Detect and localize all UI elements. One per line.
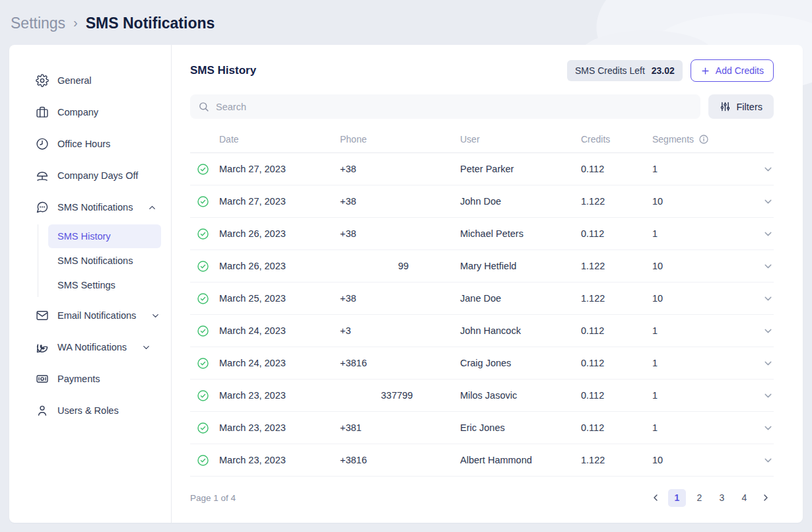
sidebar-subitem-sms-notifications[interactable]: SMS Notifications: [48, 249, 161, 273]
chevron-down-icon: [141, 343, 151, 352]
sidebar-item-email-notifications[interactable]: Email Notifications: [36, 300, 171, 331]
breadcrumb-separator-icon: ›: [73, 15, 78, 30]
sidebar-item-company[interactable]: Company: [36, 96, 171, 128]
table-header: Date Phone User Credits Segments: [190, 125, 774, 153]
row-expand-button[interactable]: [747, 422, 774, 434]
status-sent-icon: [197, 195, 209, 208]
chevron-down-icon: [762, 196, 774, 207]
cell-credits: 0.112: [581, 228, 652, 239]
cell-credits: 0.112: [581, 422, 652, 433]
column-header-segments: Segments: [652, 134, 694, 145]
column-header-date: Date: [219, 134, 340, 145]
row-expand-button[interactable]: [747, 228, 774, 240]
sidebar-item-label: Office Hours: [57, 139, 110, 149]
chevron-down-icon: [151, 311, 160, 321]
next-page-button[interactable]: [758, 489, 774, 507]
envelope-icon: [36, 309, 49, 322]
cell-phone: 99: [340, 261, 460, 271]
table-row: March 26, 2023 99 Mary Hetfield 1.122 10: [190, 250, 774, 283]
cell-date: March 27, 2023: [219, 196, 340, 207]
user-icon: [36, 404, 49, 417]
table-row: March 24, 2023 +3 John Hancock 0.112 1: [190, 315, 774, 347]
sliders-icon: [720, 101, 731, 112]
sidebar-item-label: Users & Roles: [57, 405, 119, 416]
table-row: March 23, 2023 +381 Eric Jones 0.112 1: [190, 412, 774, 444]
briefcase-icon: [36, 106, 49, 119]
search-input[interactable]: [216, 102, 693, 112]
sidebar-item-payments[interactable]: Payments: [36, 363, 171, 395]
cell-user: Eric Jones: [460, 422, 581, 433]
cell-phone: +3816: [340, 358, 460, 368]
table-row: March 23, 2023 +3816 Albert Hammond 1.12…: [190, 444, 774, 477]
row-expand-button[interactable]: [747, 293, 774, 304]
sidebar-item-users-roles[interactable]: Users & Roles: [36, 395, 171, 426]
cell-credits: 1.122: [581, 261, 652, 271]
cell-segments: 1: [652, 164, 747, 174]
sidebar-item-company-days-off[interactable]: Company Days Off: [36, 160, 171, 191]
sidebar-subitem-sms-settings[interactable]: SMS Settings: [48, 273, 161, 297]
cell-credits: 0.112: [581, 164, 652, 174]
sidebar-item-general[interactable]: General: [36, 65, 171, 96]
add-credits-button[interactable]: Add Credits: [691, 59, 774, 82]
previous-page-button[interactable]: [648, 489, 663, 507]
cell-user: John Hancock: [460, 325, 581, 336]
info-icon[interactable]: [698, 134, 709, 145]
sidebar-item-wa-notifications[interactable]: WA Notifications: [36, 331, 171, 363]
cell-phone: +38: [340, 164, 460, 174]
search-icon: [198, 101, 209, 112]
breadcrumb-settings-link[interactable]: Settings: [11, 15, 65, 32]
row-expand-button[interactable]: [747, 455, 774, 466]
search-box: [190, 94, 700, 119]
sms-credits-badge: SMS Credits Left 23.02: [567, 60, 683, 81]
chevron-down-icon: [762, 293, 774, 304]
sidebar-item-label: General: [57, 75, 92, 86]
filters-button[interactable]: Filters: [708, 94, 774, 119]
table-footer: Page 1 of 4 1 2 3 4: [190, 482, 774, 514]
chevron-right-icon: [761, 492, 771, 503]
table-row: March 27, 2023 +38 John Doe 1.122 10: [190, 185, 774, 218]
row-expand-button[interactable]: [747, 390, 774, 401]
sms-credits-value: 23.02: [652, 65, 675, 76]
sidebar-item-office-hours[interactable]: Office Hours: [36, 128, 171, 160]
cell-date: March 26, 2023: [219, 228, 340, 239]
chevron-down-icon: [762, 164, 774, 175]
page-summary: Page 1 of 4: [190, 493, 236, 503]
page-button-1[interactable]: 1: [668, 489, 686, 507]
chevron-down-icon: [762, 422, 774, 434]
sidebar-item-sms-notifications[interactable]: SMS Notifications: [36, 191, 171, 223]
chevron-down-icon: [762, 358, 774, 369]
plus-icon: [700, 66, 710, 76]
chevron-down-icon: [762, 228, 774, 240]
section-title: SMS History: [190, 64, 256, 77]
cell-segments: 1: [652, 390, 747, 401]
chevron-left-icon: [650, 492, 661, 503]
sms-subnav: SMS History SMS Notifications SMS Settin…: [38, 224, 171, 297]
row-expand-button[interactable]: [747, 196, 774, 207]
status-sent-icon: [197, 163, 209, 176]
sidebar-item-label: Payments: [57, 374, 100, 384]
chevron-down-icon: [762, 325, 774, 337]
page-button-3[interactable]: 3: [713, 489, 731, 507]
table-row: March 25, 2023 +38 Jane Doe 1.122 10: [190, 283, 774, 315]
cell-phone: 337799: [340, 390, 460, 401]
sidebar-subitem-label: SMS History: [57, 231, 111, 242]
page-button-4[interactable]: 4: [735, 489, 753, 507]
row-expand-button[interactable]: [747, 358, 774, 369]
cell-credits: 1.122: [581, 196, 652, 207]
cell-date: March 25, 2023: [219, 293, 340, 304]
cell-segments: 1: [652, 422, 747, 433]
cell-date: March 24, 2023: [219, 325, 340, 336]
status-sent-icon: [197, 325, 209, 337]
row-expand-button[interactable]: [747, 325, 774, 337]
row-expand-button[interactable]: [747, 261, 774, 272]
sidebar-subitem-sms-history[interactable]: SMS History: [48, 224, 161, 248]
chevron-down-icon: [762, 455, 774, 466]
row-expand-button[interactable]: [747, 164, 774, 175]
cell-segments: 1: [652, 228, 747, 239]
sidebar-item-label: Company Days Off: [57, 170, 138, 181]
page-button-2[interactable]: 2: [691, 489, 708, 507]
status-sent-icon: [197, 228, 209, 240]
sms-history-panel: SMS History SMS Credits Left 23.02 Add C…: [172, 45, 803, 523]
cell-phone: +38: [340, 196, 460, 207]
status-sent-icon: [197, 454, 209, 467]
